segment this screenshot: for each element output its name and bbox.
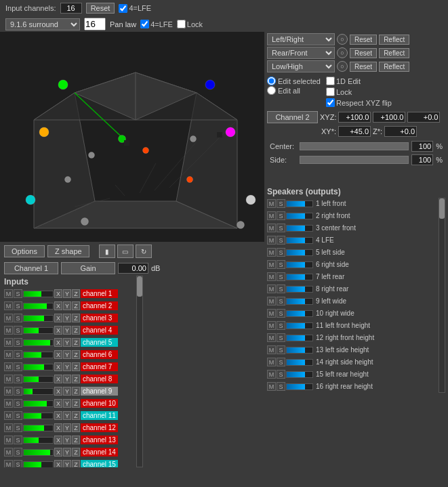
z-btn[interactable]: Z	[72, 338, 80, 347]
solo-btn[interactable]: S	[14, 375, 22, 383]
lock-checkbox[interactable]	[177, 20, 186, 28]
x-btn[interactable]: X	[54, 362, 62, 371]
z-btn[interactable]: Z	[72, 423, 80, 432]
x-btn[interactable]: X	[54, 399, 62, 408]
solo-btn[interactable]: S	[14, 423, 22, 432]
x-btn[interactable]: X	[54, 326, 62, 335]
speakers-scrollbar[interactable]	[439, 198, 445, 393]
y-btn[interactable]: Y	[63, 338, 71, 347]
side-slider[interactable]	[300, 156, 409, 164]
spk-mute-btn[interactable]: M	[267, 297, 276, 305]
mute-btn[interactable]: M	[4, 448, 13, 457]
x-btn[interactable]: X	[54, 423, 62, 432]
spk-mute-btn[interactable]: M	[267, 224, 276, 232]
channel-label[interactable]: channel 3	[81, 314, 118, 322]
solo-btn[interactable]: S	[14, 387, 22, 396]
gain-button[interactable]: Gain	[61, 262, 115, 274]
y-btn[interactable]: Y	[63, 399, 71, 408]
solo-btn[interactable]: S	[14, 436, 22, 444]
solo-btn[interactable]: S	[14, 289, 22, 298]
spk-mute-btn[interactable]: M	[267, 382, 276, 391]
spk-solo-btn[interactable]: S	[277, 211, 285, 220]
axis-select-1[interactable]: Rear/Front	[267, 47, 335, 59]
spk-solo-btn[interactable]: S	[277, 272, 285, 281]
z-btn[interactable]: Z	[72, 326, 80, 335]
z-btn[interactable]: Z	[72, 387, 80, 396]
axis-select-2[interactable]: Low/High	[267, 60, 335, 72]
z-btn[interactable]: Z	[72, 289, 80, 298]
solo-btn[interactable]: S	[14, 350, 22, 359]
mute-btn[interactable]: M	[4, 436, 13, 444]
solo-btn[interactable]: S	[14, 399, 22, 408]
y-btn[interactable]: Y	[63, 460, 71, 467]
mute-btn[interactable]: M	[4, 350, 13, 359]
zshape-button[interactable]: Z shape	[47, 245, 89, 257]
options-button[interactable]: Options	[4, 245, 45, 257]
y-input[interactable]	[373, 112, 405, 123]
axis-reflect-0[interactable]: Reflect	[379, 35, 409, 45]
solo-btn[interactable]: S	[14, 411, 22, 420]
x-btn[interactable]: X	[54, 338, 62, 347]
y-btn[interactable]: Y	[63, 375, 71, 383]
y-btn[interactable]: Y	[63, 362, 71, 371]
mute-btn[interactable]: M	[4, 411, 13, 420]
z-btn[interactable]: Z	[72, 314, 80, 322]
mute-btn[interactable]: M	[4, 314, 13, 322]
lfe4-checkbox[interactable]	[119, 4, 127, 13]
spk-mute-btn[interactable]: M	[267, 358, 276, 366]
spk-solo-btn[interactable]: S	[277, 260, 285, 269]
spk-mute-btn[interactable]: M	[267, 333, 276, 342]
z-btn[interactable]: Z	[72, 436, 80, 444]
z-input[interactable]	[407, 112, 440, 123]
spk-mute-btn[interactable]: M	[267, 309, 276, 318]
icon-btn-2[interactable]: ▭	[117, 245, 134, 258]
x-btn[interactable]: X	[54, 436, 62, 444]
z-btn[interactable]: Z	[72, 411, 80, 420]
y-btn[interactable]: Y	[63, 423, 71, 432]
xy-input[interactable]	[338, 126, 371, 137]
x-btn[interactable]: X	[54, 375, 62, 383]
y-btn[interactable]: Y	[63, 448, 71, 457]
z2-input[interactable]	[384, 126, 417, 137]
input-channels-input[interactable]	[60, 3, 82, 14]
3d-viewer[interactable]	[0, 32, 264, 242]
solo-btn[interactable]: S	[14, 326, 22, 335]
solo-btn[interactable]: S	[14, 301, 22, 310]
axis-circle-0[interactable]: ○	[337, 34, 348, 45]
z-btn[interactable]: Z	[72, 460, 80, 467]
channel-label[interactable]: channel 12	[81, 423, 118, 432]
mute-btn[interactable]: M	[4, 289, 13, 298]
inputs-scrollbar[interactable]	[136, 276, 143, 467]
mute-btn[interactable]: M	[4, 399, 13, 408]
channel-label[interactable]: channel 10	[81, 399, 118, 408]
mute-btn[interactable]: M	[4, 460, 13, 467]
y-btn[interactable]: Y	[63, 289, 71, 298]
z-btn[interactable]: Z	[72, 350, 80, 359]
spk-solo-btn[interactable]: S	[277, 382, 285, 391]
channel-label[interactable]: channel 5	[81, 338, 118, 347]
center-slider[interactable]	[300, 142, 409, 150]
pan-law-input[interactable]	[84, 18, 106, 30]
channel-label[interactable]: channel 15	[81, 460, 118, 467]
z-btn[interactable]: Z	[72, 375, 80, 383]
spk-solo-btn[interactable]: S	[277, 345, 285, 354]
spk-mute-btn[interactable]: M	[267, 284, 276, 293]
spk-mute-btn[interactable]: M	[267, 272, 276, 281]
spk-solo-btn[interactable]: S	[277, 284, 285, 293]
y-btn[interactable]: Y	[63, 387, 71, 396]
z-btn[interactable]: Z	[72, 301, 80, 310]
z-btn[interactable]: Z	[72, 399, 80, 408]
spk-mute-btn[interactable]: M	[267, 345, 276, 354]
x-btn[interactable]: X	[54, 289, 62, 298]
y-btn[interactable]: Y	[63, 301, 71, 310]
axis-circle-1[interactable]: ○	[337, 47, 348, 58]
axis-reset-2[interactable]: Reset	[350, 62, 377, 72]
gain-input[interactable]	[118, 263, 148, 274]
z-btn[interactable]: Z	[72, 362, 80, 371]
mute-btn[interactable]: M	[4, 301, 13, 310]
axis-circle-2[interactable]: ○	[337, 61, 348, 72]
spk-mute-btn[interactable]: M	[267, 321, 276, 330]
solo-btn[interactable]: S	[14, 448, 22, 457]
respect-xyz-checkbox[interactable]	[326, 98, 335, 107]
channel-label[interactable]: channel 6	[81, 350, 118, 359]
